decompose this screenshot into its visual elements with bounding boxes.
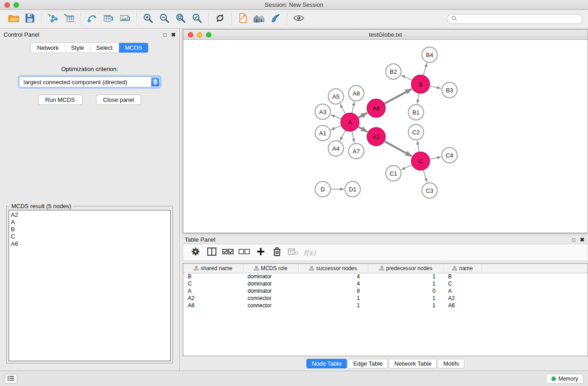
tab-style[interactable]: Style bbox=[65, 43, 90, 52]
graph-edge-A-A2[interactable] bbox=[358, 127, 367, 132]
show-hide-graphics-button[interactable] bbox=[291, 12, 307, 26]
table-cell[interactable]: 8 bbox=[298, 287, 368, 295]
import-table-button[interactable] bbox=[61, 12, 77, 26]
zoom-selected-button[interactable] bbox=[189, 12, 205, 26]
close-window-button[interactable] bbox=[5, 2, 10, 8]
column-header-mcds-role[interactable]: MCDS role bbox=[243, 264, 298, 273]
graph-edge-C-C1[interactable] bbox=[401, 165, 412, 170]
graph-node-A4[interactable]: A4 bbox=[328, 141, 344, 156]
table-cell[interactable]: dominator bbox=[243, 287, 298, 295]
graph-edge-B-B3[interactable] bbox=[430, 86, 441, 88]
graph-node-C[interactable]: C bbox=[411, 152, 430, 170]
tab-edge-table[interactable]: Edge Table bbox=[348, 359, 388, 368]
search-box[interactable] bbox=[447, 14, 583, 24]
task-history-button[interactable] bbox=[5, 374, 17, 384]
column-header-successor-nodes[interactable]: successor nodes bbox=[298, 264, 368, 273]
network-minimize-button[interactable] bbox=[197, 32, 202, 38]
result-list-item[interactable]: A bbox=[11, 219, 168, 226]
table-cell[interactable]: 1 bbox=[368, 273, 444, 280]
graph-edge-A-A5[interactable] bbox=[340, 104, 345, 114]
tab-network-table[interactable]: Network Table bbox=[389, 359, 437, 368]
graph-node-D[interactable]: D bbox=[315, 181, 330, 197]
network-close-button[interactable] bbox=[188, 32, 193, 38]
zoom-in-button[interactable] bbox=[140, 12, 156, 26]
open-session-button[interactable] bbox=[5, 12, 22, 26]
table-row[interactable]: Cdominator41C bbox=[183, 280, 588, 287]
tab-node-table[interactable]: Node Table bbox=[306, 359, 347, 368]
graph-node-B2[interactable]: B2 bbox=[386, 64, 401, 79]
network-zoom-button[interactable] bbox=[206, 32, 211, 38]
table-cell[interactable]: 1 bbox=[368, 295, 444, 302]
table-cell[interactable]: 1 bbox=[368, 280, 444, 287]
graph-node-D1[interactable]: D1 bbox=[345, 181, 360, 197]
tab-motifs[interactable]: Motifs bbox=[438, 359, 464, 368]
table-cell[interactable]: A bbox=[444, 287, 482, 295]
graph-node-B4[interactable]: B4 bbox=[422, 47, 437, 62]
graph-edge-A-A7[interactable] bbox=[352, 132, 354, 143]
table-cell[interactable]: A2 bbox=[444, 295, 482, 302]
zoom-fit-button[interactable] bbox=[172, 12, 189, 26]
optimization-criterion-select[interactable]: largest connected component (directed) bbox=[19, 76, 160, 87]
graph-edge-A6-B[interactable] bbox=[384, 89, 411, 104]
first-neighbors-button[interactable] bbox=[251, 12, 268, 26]
table-cell[interactable]: B bbox=[183, 273, 243, 280]
result-list-item[interactable]: A2 bbox=[11, 211, 168, 219]
table-cell[interactable]: 1 bbox=[298, 295, 368, 302]
graph-node-A5[interactable]: A5 bbox=[328, 89, 344, 104]
table-row[interactable]: Adominator80A bbox=[183, 287, 588, 295]
table-cell[interactable]: 4 bbox=[298, 273, 368, 280]
table-cell[interactable]: dominator bbox=[243, 273, 298, 280]
zoom-window-button[interactable] bbox=[14, 2, 19, 8]
table-cell[interactable]: connector bbox=[243, 302, 298, 309]
network-canvas[interactable]: B4B2BB3A5A8A6B1A3AC2A1A2A4A7C4CC1C3DD1 bbox=[183, 40, 588, 233]
table-cell[interactable]: A6 bbox=[444, 302, 482, 309]
show-columns-button[interactable] bbox=[204, 246, 220, 259]
graph-edge-A2-C[interactable] bbox=[384, 141, 411, 156]
graph-edge-C-C3[interactable] bbox=[423, 170, 427, 182]
table-settings-button[interactable] bbox=[188, 246, 203, 259]
graph-node-A8[interactable]: A8 bbox=[349, 86, 364, 101]
graph-edge-B-B1[interactable] bbox=[417, 94, 419, 104]
tab-network[interactable]: Network bbox=[31, 43, 65, 52]
result-list-item[interactable]: A6 bbox=[11, 240, 168, 248]
run-mcds-button[interactable]: Run MCDS bbox=[38, 95, 82, 105]
table-row[interactable]: Bdominator41B bbox=[183, 273, 588, 280]
refresh-layout-button[interactable] bbox=[212, 12, 228, 26]
create-column-button[interactable] bbox=[253, 246, 268, 259]
table-cell[interactable]: A2 bbox=[183, 295, 243, 302]
result-list-item[interactable]: B bbox=[11, 226, 168, 233]
table-cell[interactable]: 1 bbox=[298, 302, 368, 309]
table-cell[interactable]: connector bbox=[243, 295, 298, 302]
export-image-button[interactable] bbox=[117, 12, 133, 26]
table-cell[interactable]: C bbox=[444, 280, 482, 287]
graph-edge-A-A3[interactable] bbox=[331, 115, 341, 119]
column-header-shared-name[interactable]: shared name bbox=[183, 264, 243, 273]
result-list-item[interactable]: C bbox=[11, 233, 168, 240]
column-header-predecessor-nodes[interactable]: predecessor nodes bbox=[368, 264, 444, 273]
table-cell[interactable]: A bbox=[183, 287, 243, 295]
graph-edge-A-A8[interactable] bbox=[352, 102, 354, 113]
table-cell[interactable]: 1 bbox=[368, 302, 444, 309]
table-row[interactable]: A6connector11A6 bbox=[183, 302, 588, 309]
graph-edge-B-B4[interactable] bbox=[423, 63, 427, 75]
graph-node-A[interactable]: A bbox=[341, 113, 359, 131]
table-cell[interactable]: C bbox=[183, 280, 243, 287]
function-builder-button[interactable]: f(x) bbox=[302, 246, 317, 259]
graph-edge-C-C4[interactable] bbox=[430, 157, 441, 159]
graph-node-A2[interactable]: A2 bbox=[367, 128, 385, 146]
table-cell[interactable]: 4 bbox=[298, 280, 368, 287]
delete-table-button[interactable] bbox=[286, 246, 301, 259]
close-panel-button[interactable]: Close panel bbox=[96, 95, 142, 105]
graph-node-B3[interactable]: B3 bbox=[442, 82, 457, 98]
tab-select[interactable]: Select bbox=[90, 43, 119, 52]
graph-edge-A-A6[interactable] bbox=[359, 113, 368, 118]
select-all-button[interactable] bbox=[220, 246, 236, 259]
graph-edge-A-A4[interactable] bbox=[340, 131, 345, 141]
search-input[interactable] bbox=[459, 16, 578, 22]
delete-column-button[interactable] bbox=[269, 246, 285, 259]
memory-button[interactable]: Memory bbox=[546, 374, 583, 384]
table-cell[interactable]: A6 bbox=[183, 302, 243, 309]
network-graph[interactable]: B4B2BB3A5A8A6B1A3AC2A1A2A4A7C4CC1C3DD1 bbox=[183, 40, 588, 233]
graph-edge-A-A1[interactable] bbox=[331, 126, 341, 130]
graph-edge-C-C2[interactable] bbox=[417, 141, 419, 152]
